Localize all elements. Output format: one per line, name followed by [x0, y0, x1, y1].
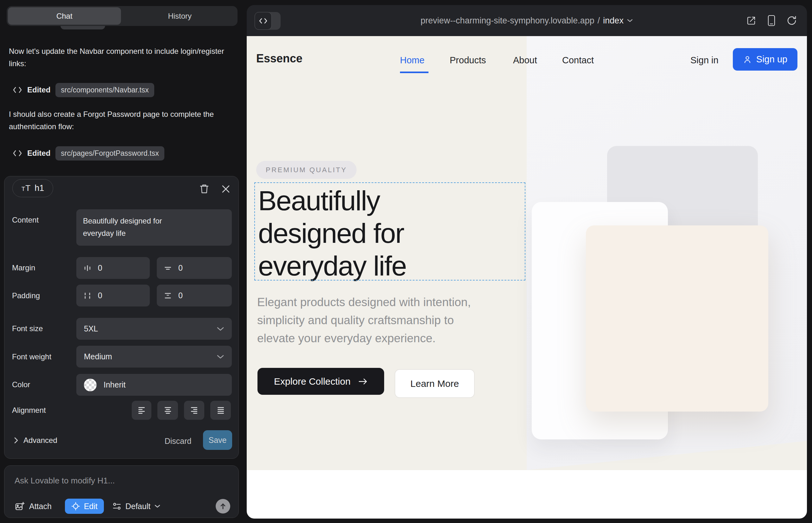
learn-more-button[interactable]: Learn More — [394, 369, 475, 398]
user-icon — [743, 55, 752, 64]
browser-header: preview--charming-site-symphony.lovable.… — [247, 5, 807, 36]
font-size-select[interactable]: 5XL — [76, 318, 232, 340]
tab-chat[interactable]: Chat — [8, 7, 121, 25]
align-center-icon — [163, 406, 172, 415]
margin-vertical-icon — [164, 264, 172, 272]
external-link-icon — [746, 15, 757, 26]
margin-vertical-input[interactable]: 0 — [157, 257, 232, 279]
app-window: Chat History Now let's update the Navbar… — [0, 0, 812, 523]
mode-select[interactable]: Default — [112, 502, 161, 511]
browser-actions — [745, 5, 798, 36]
attach-image-icon — [15, 501, 25, 511]
close-icon — [222, 184, 230, 194]
url-breadcrumb[interactable]: preview--charming-site-symphony.lovable.… — [247, 5, 807, 36]
site-logo[interactable]: Essence — [256, 52, 302, 65]
edited-file-badge[interactable]: src/components/Navbar.tsx — [55, 83, 154, 97]
preview-url: preview--charming-site-symphony.lovable.… — [421, 16, 595, 26]
attach-button[interactable]: Attach — [15, 501, 52, 511]
prompt-composer[interactable]: Ask Lovable to modify H1... Attach Edit — [4, 465, 239, 518]
edited-label: Edited — [27, 149, 50, 158]
code-icon — [13, 86, 22, 93]
page-select[interactable]: index — [603, 16, 623, 26]
sign-in-link[interactable]: Sign in — [690, 55, 719, 66]
margin-horizontal-input[interactable]: 0 — [76, 257, 150, 279]
sliders-icon — [112, 502, 122, 511]
padding-vertical-icon — [164, 292, 172, 300]
chat-message: Now let's update the Navbar component to… — [9, 45, 224, 70]
chat-message: I should also create a Forgot Password p… — [9, 108, 224, 133]
hero-badge: PREMIUM QUALITY — [256, 161, 357, 179]
content-input[interactable]: Beautifully designed for everyday life — [76, 209, 232, 246]
nav-link-home[interactable]: Home — [400, 55, 424, 66]
chevron-down-icon — [627, 19, 633, 22]
url-separator: / — [598, 16, 600, 26]
content-label: Content — [12, 216, 39, 224]
active-nav-underline — [400, 72, 428, 73]
font-weight-label: Font weight — [12, 353, 51, 361]
padding-horizontal-input[interactable]: 0 — [76, 285, 150, 306]
site-viewport: Essence Home Products About Contact Sign… — [247, 36, 807, 519]
code-icon — [13, 150, 22, 157]
send-button[interactable] — [216, 499, 230, 513]
padding-vertical-input[interactable]: 0 — [157, 285, 232, 306]
sign-up-button[interactable]: Sign up — [733, 48, 797, 71]
discard-button[interactable]: Discard — [163, 437, 193, 446]
margin-label: Margin — [12, 264, 35, 272]
mobile-icon — [767, 15, 776, 26]
align-left-button[interactable] — [132, 401, 152, 420]
arrow-up-icon — [219, 502, 227, 510]
close-panel-button[interactable] — [219, 182, 232, 196]
margin-horizontal-icon — [83, 264, 91, 272]
chat-sidebar: Chat History Now let's update the Navbar… — [0, 0, 246, 523]
color-select[interactable]: Inherit — [76, 374, 232, 396]
edited-file-row: Edited src/components/Navbar.tsx — [13, 83, 154, 97]
color-label: Color — [12, 380, 30, 389]
selected-element-pill[interactable]: TT h1 — [12, 179, 53, 197]
refresh-icon — [786, 15, 797, 26]
advanced-toggle[interactable]: Advanced — [14, 436, 57, 445]
element-editor-panel: TT h1 Content Beautifully designed for e… — [4, 176, 239, 459]
align-justify-button[interactable] — [210, 401, 231, 420]
chevron-down-icon — [154, 504, 161, 508]
nav-link-products[interactable]: Products — [450, 55, 486, 66]
chevron-right-icon — [14, 437, 18, 444]
decorative-card-cream — [586, 226, 768, 412]
color-swatch — [84, 379, 96, 391]
chevron-down-icon — [217, 327, 224, 331]
padding-horizontal-icon — [83, 292, 91, 300]
element-selection-outline[interactable] — [254, 182, 525, 281]
edited-file-row: Edited src/pages/ForgotPassword.tsx — [13, 146, 164, 161]
tab-history[interactable]: History — [124, 7, 236, 25]
target-icon — [71, 502, 80, 511]
preview-browser: preview--charming-site-symphony.lovable.… — [247, 5, 807, 519]
align-left-icon — [137, 406, 146, 415]
align-right-icon — [190, 406, 198, 415]
edit-mode-button[interactable]: Edit — [65, 499, 104, 514]
save-button[interactable]: Save — [203, 430, 232, 450]
arrow-right-icon — [358, 378, 368, 385]
element-tag: h1 — [35, 183, 44, 193]
font-weight-select[interactable]: Medium — [76, 346, 232, 367]
sidebar-tabs: Chat History — [7, 6, 237, 26]
delete-element-button[interactable] — [198, 182, 211, 196]
nav-link-contact[interactable]: Contact — [562, 55, 594, 66]
trash-icon — [199, 184, 209, 194]
edited-label: Edited — [27, 86, 50, 94]
alignment-label: Alignment — [12, 406, 46, 415]
mobile-view-button[interactable] — [765, 14, 778, 27]
align-center-button[interactable] — [157, 401, 178, 420]
prompt-input[interactable]: Ask Lovable to modify H1... — [15, 476, 114, 486]
chevron-down-icon — [217, 355, 224, 359]
nav-link-about[interactable]: About — [513, 55, 537, 66]
edited-file-badge[interactable]: src/pages/ForgotPassword.tsx — [55, 146, 164, 161]
align-right-button[interactable] — [184, 401, 204, 420]
refresh-button[interactable] — [785, 14, 798, 27]
font-size-label: Font size — [12, 324, 43, 333]
open-external-button[interactable] — [745, 14, 758, 27]
padding-label: Padding — [12, 291, 40, 300]
hero-paragraph: Elegant products designed with intention… — [257, 293, 471, 347]
explore-collection-button[interactable]: Explore Collection — [258, 368, 384, 395]
composer-toolbar: Attach Edit Default — [15, 499, 230, 514]
align-justify-icon — [216, 406, 225, 415]
text-type-icon: TT — [21, 183, 31, 193]
